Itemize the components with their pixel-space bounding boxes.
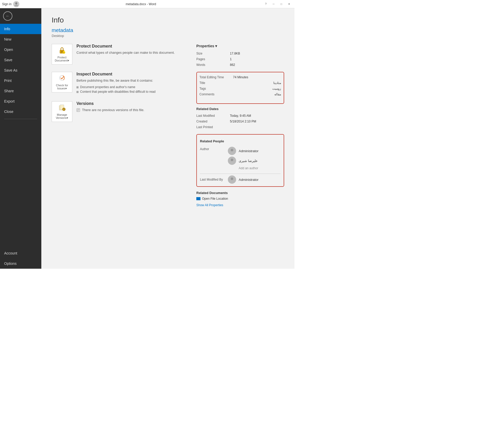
author-row: Author Administrator	[200, 145, 281, 172]
left-panel: ★ ProtectDocument▾ Protect Document Cont…	[52, 44, 186, 207]
svg-point-20	[230, 152, 234, 153]
versions-section: ManageVersions▾ Versions There are no pr…	[52, 101, 186, 122]
bullet-2: Content that people with disabilities fi…	[76, 89, 156, 94]
protect-document-button[interactable]: ★ ProtectDocument▾	[52, 44, 72, 65]
bullet-icon-2	[76, 91, 79, 93]
related-people-header: Related People	[200, 139, 281, 143]
signin-area: Sign in	[2, 1, 19, 7]
sidebar-divider	[4, 119, 37, 119]
svg-point-22	[230, 161, 234, 163]
svg-point-1	[14, 5, 18, 6]
date-created: Created 5/18/2014 2:10 PM	[196, 119, 284, 124]
window-controls: ? ─ □ ✕	[262, 2, 292, 7]
versions-icon-label: ManageVersions▾	[56, 113, 68, 120]
back-icon: ←	[3, 11, 12, 21]
last-modified-by-row: Last Modified By Administrator	[200, 175, 281, 184]
last-modified-by-label: Last Modified By	[200, 178, 226, 181]
content-grid: ★ ProtectDocument▾ Protect Document Cont…	[52, 44, 284, 207]
inspect-title: Inspect Document	[76, 72, 156, 76]
author-2-name: علیرضا شیری	[239, 159, 258, 163]
title-bar: Sign in metadata.docx - Word ? ─ □ ✕	[0, 0, 295, 8]
svg-point-21	[231, 159, 233, 161]
inspect-icon	[57, 74, 67, 83]
prop-title: Title متادیتا	[199, 80, 281, 86]
versions-title: Versions	[76, 101, 144, 106]
properties-table: Size 17.8KB Pages 1 Words 862	[196, 51, 284, 68]
date-printed: Last Printed	[196, 124, 284, 130]
authors-list: Administrator علیرضا شیری Add an author	[228, 145, 259, 172]
svg-point-24	[230, 180, 234, 182]
signin-label[interactable]: Sign in	[2, 2, 12, 6]
inspect-section: Check forIssues▾ Inspect Document Before…	[52, 72, 186, 94]
author-2-avatar	[228, 157, 236, 165]
dates-table: Last Modified Today, 9:45 AM Created 5/1…	[196, 113, 284, 130]
author-2-row: علیرضا شیری	[228, 157, 259, 165]
svg-point-19	[231, 149, 233, 151]
open-file-location-link[interactable]: Open File Location	[202, 197, 228, 200]
app-body: ← Info New Open Save Save As Print Share…	[0, 8, 295, 269]
manage-versions-button[interactable]: ManageVersions▾	[52, 101, 72, 122]
user-avatar	[13, 1, 19, 7]
bullet-icon-1	[76, 86, 79, 88]
sidebar: ← Info New Open Save Save As Print Share…	[0, 8, 41, 269]
highlighted-properties: Total Editing Time 74 Minutes Title متاد…	[196, 72, 284, 104]
sidebar-item-open[interactable]: Open	[0, 44, 41, 55]
last-modified-by-person: Administrator	[228, 175, 259, 184]
sidebar-item-print[interactable]: Print	[0, 75, 41, 86]
date-modified: Last Modified Today, 9:45 AM	[196, 113, 284, 119]
prop-comments: Comments مقاله	[199, 91, 281, 97]
related-dates-header: Related Dates	[196, 107, 284, 111]
sidebar-item-share[interactable]: Share	[0, 86, 41, 96]
add-author-link[interactable]: Add an author	[239, 166, 259, 170]
bullet-1: Document properties and author's name	[76, 85, 156, 89]
protect-desc: Control what types of changes people can…	[76, 50, 175, 55]
svg-point-23	[231, 177, 233, 180]
right-panel: Properties ▾ Size 17.8KB Pages 1	[196, 44, 284, 207]
back-button[interactable]: ←	[2, 10, 13, 22]
sidebar-bottom: Account Options	[0, 248, 41, 269]
main-content: Info metadata Desktop ★	[41, 8, 295, 269]
versions-icon	[57, 104, 67, 112]
protect-section: ★ ProtectDocument▾ Protect Document Cont…	[52, 44, 186, 65]
author-1-avatar	[228, 147, 236, 155]
prop-words: Words 862	[196, 62, 284, 68]
document-name: metadata	[52, 27, 284, 33]
last-modified-name: Administrator	[239, 178, 259, 182]
versions-file-icon	[76, 108, 80, 112]
sidebar-item-export[interactable]: Export	[0, 96, 41, 106]
svg-point-3	[61, 51, 63, 52]
inspect-bullets: Document properties and author's name Co…	[76, 85, 156, 94]
sidebar-item-new[interactable]: New	[0, 34, 41, 44]
sidebar-item-account[interactable]: Account	[0, 248, 41, 258]
prop-pages: Pages 1	[196, 56, 284, 62]
prop-size: Size 17.8KB	[196, 51, 284, 56]
related-docs-header: Related Documents	[196, 191, 284, 195]
prop-editing-time: Total Editing Time 74 Minutes	[199, 74, 281, 80]
people-divider	[200, 174, 281, 174]
last-modified-avatar	[228, 175, 236, 184]
author-1-row: Administrator	[228, 147, 259, 155]
sidebar-item-info[interactable]: Info	[0, 24, 41, 34]
sidebar-item-options[interactable]: Options	[0, 258, 41, 269]
page-title: Info	[52, 16, 284, 24]
maximize-button[interactable]: □	[278, 2, 285, 7]
show-all-properties-link[interactable]: Show All Properties	[196, 203, 223, 207]
author-1-name: Administrator	[239, 149, 259, 153]
inspect-icon-label: Check forIssues▾	[56, 84, 68, 90]
sidebar-item-saveas[interactable]: Save As	[0, 65, 41, 75]
inspect-desc: Before publishing this file, be aware th…	[76, 78, 156, 83]
minimize-button[interactable]: ─	[270, 2, 277, 7]
svg-point-0	[15, 2, 17, 4]
sidebar-item-close[interactable]: Close	[0, 106, 41, 117]
lock-icon: ★	[57, 46, 67, 55]
close-button[interactable]: ✕	[286, 2, 292, 7]
protect-icon-label: ProtectDocument▾	[55, 56, 69, 62]
help-button[interactable]: ?	[262, 2, 269, 7]
sidebar-item-save[interactable]: Save	[0, 55, 41, 65]
prop-tags: Tags زومیت	[199, 86, 281, 91]
related-people-section: Related People Author Administrator	[196, 134, 284, 187]
inspect-text: Inspect Document Before publishing this …	[76, 72, 156, 94]
versions-text: Versions There are no previous versions …	[76, 101, 144, 113]
properties-header: Properties ▾	[196, 44, 284, 48]
check-issues-button[interactable]: Check forIssues▾	[52, 72, 72, 92]
